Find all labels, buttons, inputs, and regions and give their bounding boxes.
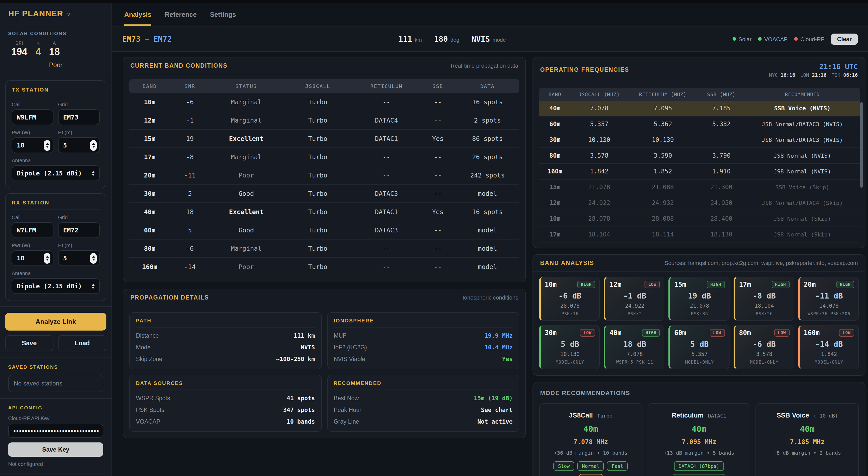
band-name: 20m	[804, 281, 816, 288]
band-frequency: 18.104	[739, 303, 789, 309]
rx-call-label: Call	[12, 215, 54, 220]
band-name: 17m	[739, 281, 751, 288]
tab-analysis[interactable]: Analysis	[124, 3, 151, 26]
table-row: 80m -6 Marginal Turbo -- -- model	[129, 240, 519, 258]
margin-info: +8 dB margin • 2 bands	[761, 450, 853, 456]
band-card[interactable]: 10m HIGH -6 dB 28.078 PSK:16	[539, 277, 600, 321]
load-button[interactable]: Load	[58, 335, 106, 351]
band-card[interactable]: 17m HIGH -8 dB 18.104 PSK:26	[733, 277, 794, 321]
stepper-icon[interactable]	[90, 140, 97, 150]
route-from-grid: EM73	[122, 34, 141, 43]
band-snr: -6 dB	[739, 340, 789, 349]
status-dot-icon	[794, 37, 798, 41]
table-row[interactable]: 40m 7.078 7.095 7.185 SSB Voice (NVIS)	[539, 101, 860, 116]
band-card[interactable]: 40m HIGH 18 dB 7.078 WSPR:5 PSK:11	[604, 325, 664, 369]
analyze-link-button[interactable]: Analyze Link	[5, 313, 106, 331]
route-to-grid: EM72	[154, 34, 172, 43]
status-indicator: Solar	[732, 36, 751, 42]
column-header: JS8CALL (MHZ)	[571, 92, 628, 97]
current-band-conditions-panel: CURRENT BAND CONDITIONS Real-time propag…	[123, 57, 526, 282]
chevron-down-icon: ∨	[67, 12, 70, 17]
recommended-frequency: 7.095 MHz	[653, 438, 745, 445]
api-key-input[interactable]: ●●●●●●●●●●●●●●●●●●●●●●●●●●●●●●	[8, 423, 103, 438]
recommended-card: RECOMMENDED Best Now 15m (19 dB)	[327, 375, 519, 432]
confidence-badge: LOW	[839, 329, 854, 337]
operating-frequencies-title: OPERATING FREQUENCIES	[540, 67, 629, 73]
manifesto-link[interactable]: Light Fighter Manifesto	[0, 473, 112, 476]
band-card[interactable]: 30m LOW 5 dB 10.130 MODEL-ONLY	[539, 325, 600, 369]
timezone-row: NYC 16:16 LON 21:16	[769, 72, 858, 78]
tab-settings[interactable]: Settings	[210, 3, 236, 26]
confidence-badge: LOW	[774, 329, 789, 337]
rx-antenna-select[interactable]: Dipole (2.15 dBi)	[12, 278, 100, 294]
brand-row[interactable]: HF PLANNER ∨	[0, 3, 112, 25]
band-name: 80m	[739, 329, 751, 337]
recommended-title: RECOMMENDED	[334, 380, 513, 390]
mode-card-js8call: JS8Call Turbo 40m 7.078 MHz +36 dB margi…	[539, 403, 642, 476]
status-indicator: Cloud-RF	[794, 36, 824, 42]
tx-call-input[interactable]: W9LFM	[12, 109, 54, 125]
data-sources-card: DATA SOURCES WSPR Spots 41 spots	[129, 375, 321, 432]
detail-row: Best Now 15m (19 dB)	[334, 395, 513, 402]
clear-button[interactable]: Clear	[831, 33, 858, 44]
table-row[interactable]: 10m 28.078 28.088 28.400 JS8 Normal (Ski…	[539, 211, 860, 227]
band-name: 15m	[674, 281, 686, 288]
timezone-item: NYC 16:16	[769, 72, 795, 78]
solar-conditions-label: SOLAR CONDITIONS	[8, 31, 103, 36]
confidence-badge: HIGH	[642, 329, 660, 337]
column-header: SNR	[170, 83, 210, 89]
confidence-badge: LOW	[580, 329, 595, 337]
status-indicators: Solar VOACAP Cloud-RF	[732, 36, 824, 42]
rx-call-input[interactable]: W7LFM	[12, 222, 54, 238]
tx-grid-input[interactable]: EM73	[58, 109, 100, 125]
tab-reference[interactable]: Reference	[165, 3, 197, 26]
mode-card-ssb-voice: SSB Voice (+10 dB) 40m 7.185 MHz +8 dB m…	[756, 403, 859, 476]
table-row[interactable]: 30m 10.130 10.139 -- JS8 Normal/DATAC3 (…	[539, 132, 860, 148]
column-header: BAND	[129, 83, 170, 89]
band-card[interactable]: 20m HIGH -11 dB 14.078 WSPR:36 PSK:206	[798, 277, 859, 321]
band-name: 30m	[545, 329, 557, 337]
table-row[interactable]: 80m 3.578 3.590 3.790 JS8 Normal (NVIS)	[539, 148, 860, 164]
stepper-icon[interactable]	[90, 253, 97, 264]
tx-ht-stepper[interactable]: 5	[58, 137, 100, 153]
band-snr: -8 dB	[739, 292, 789, 301]
band-spots: WSPR:36 PSK:206	[804, 311, 854, 316]
rx-pwr-label: Pwr (W)	[12, 243, 54, 248]
table-row[interactable]: 60m 5.357 5.362 5.332 JS8 Normal/DATAC3 …	[539, 116, 860, 132]
table-row[interactable]: 15m 21.078 21.088 21.300 SSB Voice (Skip…	[539, 179, 860, 195]
table-row[interactable]: 17m 18.104 18.114 18.130 JS8 Normal (Ski…	[539, 227, 860, 243]
recommended-frequency: 7.078 MHz	[545, 438, 637, 445]
band-snr: -1 dB	[609, 292, 660, 301]
band-card[interactable]: 160m LOW -14 dB 1.842 MODEL-ONLY	[798, 325, 859, 369]
table-row[interactable]: 160m 1.842 1.852 1.910 JS8 Normal (NVIS)	[539, 164, 860, 179]
stepper-icon[interactable]	[44, 253, 51, 264]
hf-planner-app: HF PLANNER ∨ SOLAR CONDITIONS SFI 194 K …	[0, 0, 868, 476]
recommended-band: 40m	[761, 424, 853, 434]
save-button[interactable]: Save	[5, 335, 54, 351]
path-card: PATH Distance 111 km	[129, 312, 321, 369]
table-scrollbar[interactable]	[860, 102, 863, 188]
rx-ht-stepper[interactable]: 5	[58, 250, 100, 266]
band-snr: 5 dB	[545, 340, 595, 349]
table-row[interactable]: 12m 24.922 24.932 24.950 JS8 Normal/DATA…	[539, 195, 860, 211]
save-key-button[interactable]: Save Key	[8, 442, 103, 457]
band-card[interactable]: 80m LOW -6 dB 3.578 MODEL-ONLY	[733, 325, 794, 369]
band-conditions-subtitle: Real-time propagation data	[451, 63, 518, 69]
utc-clock: 21:16 UTC NYC 16:16	[769, 63, 858, 78]
solar-conditions-section: SOLAR CONDITIONS SFI 194 K 4 A 18 Po	[0, 25, 112, 75]
ionosphere-rows: MUF 19.9 MHz foF2 (KC2G) 10.4 MHz	[334, 332, 513, 363]
detail-row: Peak Hour See chart	[334, 406, 513, 413]
band-spots: MODEL-ONLY	[674, 360, 725, 365]
band-spots: MODEL-ONLY	[545, 360, 595, 365]
rx-antenna-label: Antenna	[12, 271, 100, 276]
solar-stat-a: A 18	[49, 41, 60, 58]
tx-antenna-select[interactable]: Dipole (2.15 dBi)	[12, 165, 100, 181]
rx-grid-input[interactable]: EM72	[58, 222, 100, 238]
band-card[interactable]: 12m LOW -1 dB 24.922 PSK:2	[604, 277, 664, 321]
tx-station-title: TX STATION	[12, 87, 100, 97]
band-card[interactable]: 60m LOW 5 dB 5.357 MODEL-ONLY	[669, 325, 729, 369]
tx-pwr-stepper[interactable]: 10	[12, 137, 54, 153]
rx-pwr-stepper[interactable]: 10	[12, 250, 54, 266]
band-card[interactable]: 15m HIGH 19 dB 21.078 PSK:86	[669, 277, 729, 321]
stepper-icon[interactable]	[44, 140, 51, 150]
